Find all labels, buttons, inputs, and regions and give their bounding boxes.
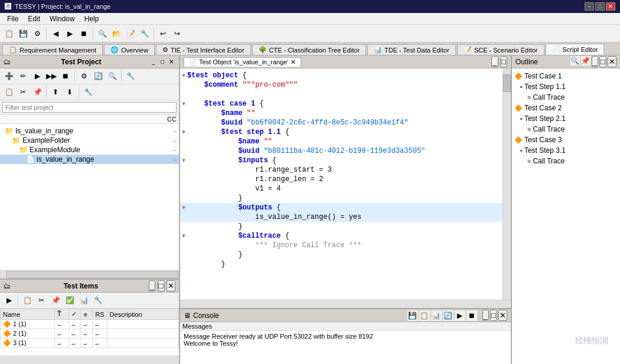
outline-test-case-2[interactable]: 🔶 Test Case 2 (512, 103, 620, 113)
tree-node-is-value-in-range[interactable]: 📄 is_value_in_range – (0, 155, 179, 164)
ti-horizontal-scroll[interactable] (0, 356, 179, 364)
toolbar-btn-8[interactable]: 📂 (110, 27, 123, 40)
ti-btn-run[interactable]: ▶ (2, 294, 15, 307)
toolbar-btn-6[interactable]: ⏹ (77, 27, 90, 40)
editor-vertical-scrollbar[interactable] (502, 68, 511, 300)
outline-maximize-btn[interactable]: □ (599, 56, 606, 67)
outline-test-step-1-1[interactable]: ▪ Test Step 1.1 (512, 81, 620, 92)
outline-test-step-3-1[interactable]: ▪ Test Step 3.1 (512, 145, 620, 156)
close-button[interactable]: ✕ (606, 2, 615, 11)
editor-maximize-btn[interactable]: □ (500, 56, 507, 67)
menu-edit[interactable]: Edit (23, 14, 45, 24)
tab-overview[interactable]: 🌐 Overview (104, 44, 155, 55)
ti-close-btn[interactable]: ✕ (167, 280, 175, 291)
tab-tie[interactable]: ⚙ TIE - Test Interface Editor (156, 44, 251, 55)
fold-btn[interactable]: ▼ (180, 73, 187, 79)
tp-btn-refresh[interactable]: 🔄 (92, 70, 105, 83)
outline-btn-1[interactable]: 🔍 (570, 56, 580, 65)
outline-minimize-btn[interactable]: _ (592, 56, 598, 67)
tp-btn-settings[interactable]: ⚙ (77, 70, 90, 83)
ti-btn-6[interactable]: 📊 (77, 294, 90, 307)
editor-tab-close[interactable]: ✕ (291, 58, 296, 66)
tp2-btn-5[interactable]: ⬇ (63, 86, 76, 99)
tree-horizontal-scroll[interactable] (0, 270, 179, 278)
tp-btn-edit[interactable]: ✏ (17, 70, 30, 83)
toolbar-btn-2[interactable]: 💾 (17, 27, 30, 40)
fold-btn-3[interactable]: ▼ (180, 129, 187, 136)
outline-close-btn[interactable]: ✕ (608, 56, 616, 67)
ti-btn-2[interactable]: 📋 (21, 294, 34, 307)
outline-call-trace-3[interactable]: ≡ Call Trace (512, 156, 620, 166)
toolbar-btn-4[interactable]: ◀ (49, 27, 62, 40)
tree-node-example-folder[interactable]: 📁 ExampleFolder – (0, 136, 179, 145)
tp2-btn-tools[interactable]: 🔧 (81, 86, 94, 99)
outline-btn-2[interactable]: 📌 (581, 56, 590, 65)
fold-btn-4[interactable]: ▼ (180, 158, 187, 164)
project-tree[interactable]: 📁 Is_value_in_range – 📁 ExampleFolder – … (0, 124, 179, 270)
table-row[interactable]: 🔶 1 (1) – – – – (1, 320, 179, 329)
fold-btn-2[interactable]: ▼ (180, 101, 187, 107)
toolbar-btn-11[interactable]: ↩ (156, 27, 169, 40)
ti-minimize-btn[interactable]: _ (149, 280, 155, 291)
console-save-btn[interactable]: 💾 (407, 310, 418, 321)
toolbar-btn-12[interactable]: ↪ (171, 27, 184, 40)
outline-test-step-2-1[interactable]: ▪ Test Step 2.1 (512, 113, 620, 124)
maximize-panel-btn[interactable]: □ (158, 58, 167, 66)
console-btn-5[interactable]: ▶ (455, 310, 465, 321)
toolbar-btn-7[interactable]: 🔍 (96, 27, 109, 40)
tab-tde[interactable]: 📊 TDE - Test Data Editor (367, 44, 456, 55)
editor-horizontal-scroll[interactable] (180, 300, 511, 308)
code-editor[interactable]: ▼ $test object { $comment """pro-com""" … (180, 68, 502, 300)
tp-btn-new[interactable]: ➕ (2, 70, 15, 83)
tree-node-is-value[interactable]: 📁 Is_value_in_range – (0, 126, 179, 136)
outline-call-trace-1[interactable]: ≡ Call Trace (512, 92, 620, 103)
tab-script-editor[interactable]: 📄 Script Editor (546, 44, 605, 55)
minimize-button[interactable]: − (585, 2, 594, 11)
minimize-panel-btn[interactable]: _ (149, 58, 158, 66)
toolbar-btn-5[interactable]: ▶ (63, 27, 76, 40)
fold-btn-5[interactable]: ▼ (180, 205, 187, 211)
tp-btn-run[interactable]: ▶ (31, 70, 44, 83)
tp-btn-stop[interactable]: ⏹ (59, 70, 72, 83)
console-btn-6[interactable]: ⏹ (466, 310, 477, 321)
console-btn-4[interactable]: 🔄 (443, 310, 453, 321)
ti-btn-3[interactable]: ✂ (35, 294, 48, 307)
ti-btn-4[interactable]: 📌 (49, 294, 62, 307)
toolbar-btn-1[interactable]: 📋 (2, 27, 15, 40)
tab-requirement-management[interactable]: 📋 Requirement Management (2, 44, 103, 55)
toolbar-btn-9[interactable]: 📝 (124, 27, 137, 40)
outline-test-case-3[interactable]: 🔶 Test Case 3 (512, 135, 620, 145)
ti-btn-5[interactable]: ✅ (63, 294, 76, 307)
console-minimize-btn[interactable]: _ (482, 310, 489, 321)
tree-node-example-module[interactable]: 📁 ExampleModule – (0, 145, 179, 155)
table-row[interactable]: 🔶 2 (1) – – – – (1, 329, 179, 339)
console-btn-3[interactable]: 📊 (431, 310, 442, 321)
outline-call-trace-2[interactable]: ≡ Call Trace (512, 124, 620, 135)
menu-help[interactable]: Help (80, 14, 104, 24)
toolbar-btn-10[interactable]: 🔧 (138, 27, 151, 40)
menu-file[interactable]: File (2, 14, 23, 24)
ti-btn-7[interactable]: 🔧 (92, 294, 105, 307)
editor-minimize-btn[interactable]: _ (491, 56, 498, 67)
maximize-button[interactable]: □ (595, 2, 605, 11)
tab-cte[interactable]: 🌳 CTE - Classification Tree Editor (252, 44, 366, 55)
fold-btn-6[interactable]: ▼ (180, 233, 187, 240)
tp-btn-filter[interactable]: 🔍 (106, 70, 119, 83)
tp-btn-tools[interactable]: 🔧 (124, 70, 137, 83)
toolbar-btn-3[interactable]: ⚙ (31, 27, 44, 40)
menu-window[interactable]: Window (45, 14, 80, 24)
tp2-btn-2[interactable]: ✂ (17, 86, 30, 99)
outline-test-case-1[interactable]: 🔶 Test Case 1 (512, 71, 620, 81)
editor-tab-main[interactable]: 📄 Test Object 'is_value_in_range' ✕ (184, 57, 301, 67)
close-panel-btn[interactable]: ✕ (167, 58, 175, 66)
tp2-btn-4[interactable]: ⬆ (49, 86, 62, 99)
tp2-btn-1[interactable]: 📋 (2, 86, 15, 99)
ti-maximize-btn[interactable]: □ (158, 280, 165, 291)
tab-sce[interactable]: 📝 SCE - Scenario Editor (457, 44, 544, 55)
tp2-btn-3[interactable]: 📌 (31, 86, 44, 99)
console-maximize-btn[interactable]: □ (490, 310, 497, 321)
console-close-btn[interactable]: ✕ (498, 310, 507, 321)
table-row[interactable]: 🔶 3 (1) – – – – (1, 339, 179, 348)
tp-btn-run2[interactable]: ▶▶ (45, 70, 58, 83)
console-btn-2[interactable]: 📋 (419, 310, 430, 321)
